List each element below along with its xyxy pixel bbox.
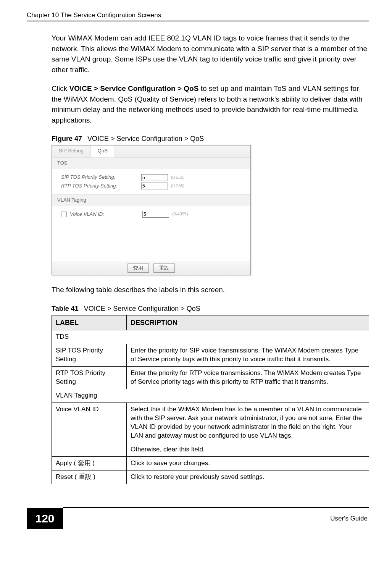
checkbox-voice-vlan[interactable] bbox=[61, 212, 67, 217]
row-rtp-tos: RTP TOS Priority Setting: (0-255) bbox=[61, 183, 245, 190]
cell-tds: TDS bbox=[52, 330, 369, 344]
hint-sip-tos: (0-255) bbox=[171, 175, 184, 181]
cell-voice-vlan-desc: Select this if the WiMAX Modem has to be… bbox=[127, 403, 369, 457]
label-sip-tos: SIP TOS Priority Setting: bbox=[61, 174, 141, 181]
input-rtp-tos[interactable] bbox=[141, 183, 168, 189]
input-sip-tos[interactable] bbox=[141, 174, 168, 181]
tab-qos[interactable]: QoS bbox=[91, 146, 115, 157]
paragraph-3: The following table describes the labels… bbox=[52, 285, 369, 295]
cell-reset-label: Reset ( 重設 ) bbox=[52, 470, 127, 484]
paragraph-2-bold: VOICE > Service Configuration > QoS bbox=[69, 84, 198, 92]
label-rtp-tos: RTP TOS Priority Setting: bbox=[61, 183, 141, 190]
table-row: Apply ( 套用 ) Click to save your changes. bbox=[52, 457, 369, 470]
cell-vlan-tagging: VLAN Tagging bbox=[52, 389, 369, 403]
hint-rtp-tos: (0-255) bbox=[171, 183, 184, 189]
table-label: Table 41 bbox=[52, 305, 79, 312]
cell-voice-vlan-desc-b: Otherwise, clear this field. bbox=[131, 445, 365, 454]
section-tos: TOS bbox=[52, 157, 250, 169]
button-bar: 套用 重設 bbox=[52, 261, 250, 275]
table-row: Reset ( 重設 ) Click to restore your previ… bbox=[52, 470, 369, 484]
row-voice-vlan: Voice VLAN ID: (0-4095) bbox=[61, 211, 245, 218]
input-voice-vlan[interactable] bbox=[142, 211, 169, 218]
qos-screenshot: SIP Setting QoS TOS SIP TOS Priority Set… bbox=[52, 145, 251, 275]
cell-voice-vlan-label: Voice VLAN ID bbox=[52, 403, 127, 457]
cell-rtp-desc: Enter the priority for RTP voice transmi… bbox=[127, 366, 369, 389]
table-row: TDS bbox=[52, 330, 369, 344]
figure-label: Figure 47 bbox=[52, 135, 82, 142]
page-footer: 120 User's Guide bbox=[27, 507, 369, 529]
chapter-title: Chapter 10 The Service Configuration Scr… bbox=[27, 11, 161, 19]
table-row: VLAN Tagging bbox=[52, 389, 369, 403]
label-voice-vlan: Voice VLAN ID: bbox=[70, 211, 142, 218]
tab-bar: SIP Setting QoS bbox=[52, 146, 250, 157]
row-sip-tos: SIP TOS Priority Setting: (0-255) bbox=[61, 174, 245, 181]
figure-caption: Figure 47VOICE > Service Configuration >… bbox=[52, 134, 369, 144]
cell-rtp-label: RTP TOS Priority Setting bbox=[52, 366, 127, 389]
table-row: RTP TOS Priority Setting Enter the prior… bbox=[52, 366, 369, 389]
description-table: LABEL DESCRIPTION TDS SIP TOS Priority S… bbox=[52, 315, 369, 484]
th-label: LABEL bbox=[52, 315, 127, 330]
table-row: Voice VLAN ID Select this if the WiMAX M… bbox=[52, 403, 369, 457]
cell-sip-label: SIP TOS Priority Setting bbox=[52, 344, 127, 367]
guide-label: User's Guide bbox=[63, 515, 369, 522]
cell-sip-desc: Enter the priority for SIP voice transmi… bbox=[127, 344, 369, 367]
page-number: 120 bbox=[27, 508, 63, 529]
cell-apply-label: Apply ( 套用 ) bbox=[52, 457, 127, 470]
section-vlan: VLAN Taging bbox=[52, 194, 250, 206]
page-header: Chapter 10 The Service Configuration Scr… bbox=[27, 11, 369, 21]
figure-caption-text: VOICE > Service Configuration > QoS bbox=[87, 135, 204, 142]
paragraph-2: Click VOICE > Service Configuration > Qo… bbox=[52, 83, 369, 125]
cell-reset-desc: Click to restore your previously saved s… bbox=[127, 470, 369, 484]
hint-voice-vlan: (0-4095) bbox=[172, 211, 188, 217]
th-description: DESCRIPTION bbox=[127, 315, 369, 330]
apply-button[interactable]: 套用 bbox=[127, 264, 149, 273]
paragraph-1: Your WiMAX Modem can add IEEE 802.1Q VLA… bbox=[52, 33, 369, 75]
reset-button[interactable]: 重設 bbox=[153, 264, 175, 273]
table-caption-text: VOICE > Service Configuration > QoS bbox=[84, 305, 200, 312]
paragraph-2-pre: Click bbox=[52, 84, 69, 92]
table-caption: Table 41VOICE > Service Configuration > … bbox=[52, 304, 369, 314]
tab-sip-setting[interactable]: SIP Setting bbox=[52, 146, 91, 157]
table-header-row: LABEL DESCRIPTION bbox=[52, 315, 369, 330]
cell-apply-desc: Click to save your changes. bbox=[127, 457, 369, 470]
cell-voice-vlan-desc-a: Select this if the WiMAX Modem has to be… bbox=[131, 405, 365, 440]
table-row: SIP TOS Priority Setting Enter the prior… bbox=[52, 344, 369, 367]
